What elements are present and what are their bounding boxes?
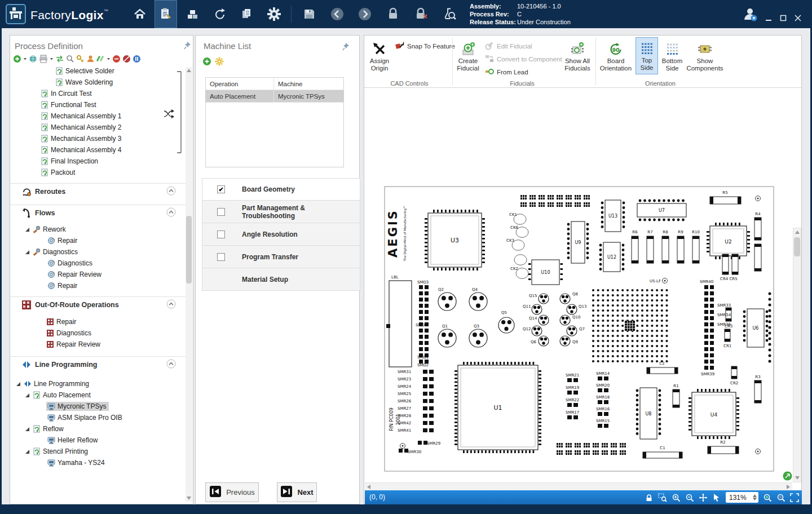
tree-item-final-inspection[interactable]: Final Inspection (10, 156, 185, 167)
zoom-input[interactable]: 131% (726, 492, 758, 503)
section-out-of-route[interactable]: Out-Of-Route Operations (10, 296, 186, 312)
scrollbar-thumb[interactable] (186, 216, 192, 283)
tree-item-functional-test[interactable]: Functional Test (10, 99, 185, 110)
tree-item-mechanical-assembly-4[interactable]: Mechanical Assembly 4 (10, 144, 185, 156)
dropdown-caret-icon[interactable] (107, 55, 111, 63)
unlock-button[interactable] (410, 0, 433, 28)
bottom-side-button[interactable]: Bottom Side (660, 38, 685, 72)
from-lead-button[interactable]: From Lead (485, 67, 528, 77)
scroll-up-icon[interactable] (186, 67, 192, 74)
key-icon[interactable] (76, 55, 85, 63)
process-definition-button[interactable] (155, 0, 177, 28)
fit-view-button[interactable] (783, 471, 792, 483)
tree-item-diagnostics[interactable]: Diagnostics (10, 327, 185, 339)
create-fiducial-button[interactable]: Create Fiducial (454, 38, 482, 72)
scroll-down-icon[interactable] (793, 474, 801, 482)
tree-item-line-programming[interactable]: Line Programming (10, 378, 185, 389)
section-flows[interactable]: Flows (10, 205, 186, 220)
step-checkbox[interactable]: ✔ (217, 185, 225, 193)
user-button[interactable] (739, 0, 761, 28)
expander-icon[interactable] (24, 427, 30, 432)
sync-button[interactable] (209, 0, 231, 28)
tree-item-repair[interactable]: Repair (10, 316, 185, 327)
zoom-window-icon[interactable] (658, 493, 667, 502)
tree-item-repair-review[interactable]: Repair Review (10, 339, 185, 350)
step-checkbox[interactable] (217, 253, 225, 261)
back-button[interactable] (326, 0, 348, 28)
zoom-increase-icon[interactable] (763, 493, 772, 502)
expander-icon[interactable] (24, 227, 30, 232)
cad-canvas[interactable]: AEGISThe Digital Mind of Manufacturing™P… (365, 88, 793, 482)
tree-item-in-circuit-test[interactable]: In Circuit Test (10, 88, 185, 99)
table-header-machine[interactable]: Machine (274, 78, 343, 90)
zoom-decrease-icon[interactable] (776, 493, 785, 502)
step-material-setup[interactable]: Material Setup (202, 268, 360, 291)
collapse-out-of-route-icon[interactable] (166, 299, 176, 311)
pan-icon[interactable] (699, 493, 708, 502)
collapse-flows-icon[interactable] (166, 207, 176, 219)
tree-item-auto-placement[interactable]: Auto Placement (10, 389, 185, 401)
scroll-down-icon[interactable] (186, 495, 192, 502)
tree-item-selective-solder[interactable]: Selective Solder (10, 65, 185, 77)
expander-icon[interactable] (24, 250, 30, 255)
show-all-fiducials-button[interactable]: Show All Fiducials (563, 38, 592, 72)
section-reroutes[interactable]: Reroutes (10, 183, 186, 199)
scroll-left-icon[interactable] (365, 483, 373, 490)
select-pointer-icon[interactable] (712, 493, 721, 502)
step-checkbox[interactable] (217, 208, 225, 216)
add-operation-icon[interactable] (13, 55, 21, 63)
tree-item-diagnostics[interactable]: Diagnostics (10, 258, 185, 269)
tree-item-mycronic-tpsys[interactable]: Mycronic TPSys (10, 401, 185, 412)
collapse-line-programming-icon[interactable] (166, 359, 176, 371)
lock-button[interactable] (382, 0, 404, 28)
vertical-scrollbar[interactable] (793, 228, 801, 482)
assign-origin-button[interactable]: Assign Origin (366, 38, 393, 72)
documents-button[interactable] (236, 0, 258, 28)
step-angle-resolution[interactable]: Angle Resolution (202, 223, 360, 246)
zoom-stepper[interactable] (753, 494, 757, 500)
tree-item-repair[interactable]: Repair (10, 235, 185, 246)
table-cell-auto-placement[interactable]: Auto Placement (206, 90, 274, 102)
settings-button[interactable] (263, 0, 285, 28)
tree-item-mechanical-assembly-1[interactable]: Mechanical Assembly 1 (10, 110, 185, 122)
scrollbar-thumb[interactable] (794, 237, 800, 256)
tree-item-wave-soldering[interactable]: Wave Soldering (10, 77, 185, 88)
tree-item-repair[interactable]: Repair (10, 280, 185, 291)
pcb-drawing[interactable]: AEGISThe Digital Mind of Manufacturing™P… (365, 88, 793, 482)
link-icon[interactable] (29, 55, 37, 63)
search-icon[interactable] (66, 55, 74, 63)
tree-item-packout[interactable]: Packout (10, 167, 185, 178)
step-checkbox[interactable] (217, 231, 225, 238)
section-line-programming[interactable]: Line Programming (10, 356, 186, 372)
previous-button[interactable]: Previous (205, 482, 259, 502)
tree-item-mechanical-assembly-3[interactable]: Mechanical Assembly 3 (10, 133, 185, 144)
step-program-transfer[interactable]: Program Transfer (202, 246, 360, 268)
tree-item-rework[interactable]: Rework (10, 224, 185, 235)
lock-view-icon[interactable] (645, 493, 654, 502)
left-panel-scrollbar[interactable] (186, 67, 192, 502)
next-button[interactable]: Next (277, 482, 317, 502)
expander-icon[interactable] (24, 449, 30, 454)
snap-to-feature-button[interactable]: Snap To Feature (395, 41, 455, 51)
machine-table-row[interactable]: Auto PlacementMycronic TPSys (206, 90, 343, 103)
tree-item-mechanical-assembly-2[interactable]: Mechanical Assembly 2 (10, 122, 185, 133)
close-button[interactable] (792, 12, 804, 24)
edit-fiducial-button[interactable]: Edit Fiducial (485, 41, 532, 51)
disable-operation-icon[interactable] (122, 55, 131, 63)
save-button[interactable] (298, 0, 320, 28)
remove-operation-icon[interactable] (112, 55, 121, 63)
scroll-up-icon[interactable] (793, 228, 801, 236)
dropdown-caret-icon[interactable] (23, 55, 27, 63)
expander-icon[interactable] (15, 382, 21, 387)
convert-to-component-button[interactable]: Convert to Component (485, 54, 562, 64)
forward-button[interactable] (354, 0, 376, 28)
pin-icon[interactable] (184, 41, 191, 52)
tree-item-yamaha-ys24[interactable]: Yamaha - YS24 (10, 457, 185, 468)
machine-settings-icon[interactable] (215, 57, 224, 66)
tree-item-diagnostics[interactable]: Diagnostics (10, 246, 185, 258)
edit-steps-icon[interactable] (96, 55, 105, 63)
template-icon[interactable] (86, 55, 95, 63)
pin-icon[interactable] (342, 42, 350, 53)
zoom-out-icon[interactable] (685, 493, 694, 502)
maximize-button[interactable] (777, 12, 789, 24)
